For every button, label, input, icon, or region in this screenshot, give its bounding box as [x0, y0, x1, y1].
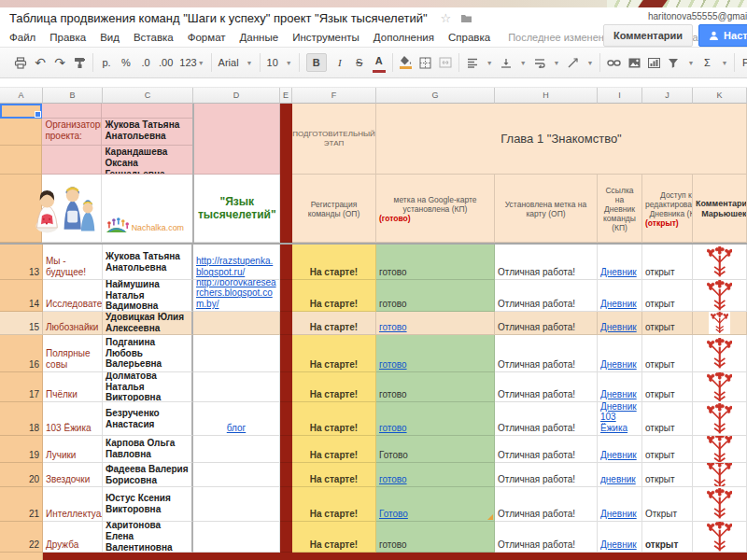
column-header-D[interactable]: D: [193, 88, 280, 104]
dolls-image-cell[interactable]: [42, 175, 102, 243]
team-name-cell[interactable]: Исследователи: [43, 280, 103, 312]
diary-link[interactable]: Дневник: [600, 322, 637, 333]
vertical-align-icon[interactable]: [500, 54, 513, 71]
diary-link[interactable]: дневник: [600, 474, 636, 485]
comments-button[interactable]: Комментарии: [603, 24, 693, 47]
project-title-cell[interactable]: "Язык тысячелетий": [194, 175, 280, 243]
text-wrap-icon[interactable]: [533, 54, 546, 71]
row-header-14[interactable]: 14: [0, 280, 43, 312]
diary-link[interactable]: Дневник: [600, 450, 637, 461]
coordinator-cell[interactable]: Наймушина Наталья Вадимовна: [103, 280, 193, 312]
organizer2-cell[interactable]: Карандашева Оксана Геннадьевна: [102, 146, 192, 175]
diary-cell[interactable]: Дневник: [598, 372, 642, 402]
comment-flower-cell[interactable]: [693, 487, 747, 522]
cell-A2[interactable]: [0, 119, 42, 146]
column-header-G[interactable]: G: [376, 88, 495, 104]
column-header-C[interactable]: C: [103, 88, 193, 104]
comment-flower-cell[interactable]: [693, 335, 747, 372]
team-name-cell[interactable]: Любознайки: [43, 312, 103, 335]
map-mark-cell[interactable]: Готово: [376, 487, 495, 522]
document-title[interactable]: Таблица продвижения команд "Шаги к успех…: [9, 11, 428, 25]
blog-cell[interactable]: блог: [193, 402, 280, 436]
red-divider-cell[interactable]: [280, 522, 292, 553]
diary-cell[interactable]: Дневник: [598, 487, 642, 522]
comment-flower-cell[interactable]: [693, 522, 747, 553]
row-header-18[interactable]: 18: [0, 402, 43, 436]
share-button[interactable]: Настройки доступа: [698, 24, 747, 47]
functions-button[interactable]: Σ: [700, 54, 713, 71]
cell-A3[interactable]: [0, 146, 42, 175]
map-status-cell[interactable]: Отличная работа!: [495, 463, 598, 487]
currency-format-button[interactable]: р.: [100, 54, 113, 71]
diary-link[interactable]: Дневник: [600, 299, 637, 310]
column-header-J[interactable]: J: [642, 88, 693, 104]
blog-cell[interactable]: [193, 487, 280, 522]
blog-link[interactable]: http://borovkaresearchers.blogspot.com.b…: [196, 280, 276, 310]
red-divider-cell[interactable]: [280, 245, 292, 280]
map-mark-cell[interactable]: готово: [376, 522, 495, 553]
coordinator-cell[interactable]: Жукова Татьяна Анатольевна: [103, 245, 193, 280]
font-size-select[interactable]: 10: [267, 57, 278, 68]
blog-cell[interactable]: http://borovkaresearchers.blogspot.com.b…: [193, 280, 280, 312]
diary-cell[interactable]: Дневник: [598, 280, 642, 312]
red-divider-cell[interactable]: [280, 312, 292, 335]
coordinator-cell[interactable]: Юстус Ксения Викторовна: [103, 487, 193, 522]
access-cell[interactable]: открыт: [642, 335, 693, 372]
team-name-cell[interactable]: Интеллектуалы: [43, 487, 103, 522]
column-header-A[interactable]: A: [0, 88, 43, 104]
row-header-21[interactable]: 21: [0, 487, 43, 522]
team-name-cell[interactable]: 103 Ёжика: [43, 402, 103, 436]
menu-edit[interactable]: Правка: [49, 32, 86, 43]
registration-cell[interactable]: На старте!: [292, 402, 376, 436]
access-cell[interactable]: открыт: [642, 372, 693, 402]
registration-cell[interactable]: На старте!: [292, 312, 376, 335]
stage-prep-cell[interactable]: ПОДГОТОВИТЕЛЬНЫЙ ЭТАП: [292, 104, 376, 175]
diary-link[interactable]: Дневник: [600, 267, 637, 278]
map-mark-link[interactable]: готово: [379, 474, 407, 485]
coordinator-cell[interactable]: Фадеева Валерия Борисовна: [103, 463, 193, 487]
map-mark-cell[interactable]: готово: [376, 463, 495, 487]
menu-view[interactable]: Вид: [100, 32, 120, 43]
decrease-decimal-button[interactable]: .0: [139, 54, 152, 71]
team-name-cell[interactable]: Мы - будущее!: [43, 245, 103, 280]
menu-file[interactable]: Файл: [9, 32, 35, 43]
team-name-cell[interactable]: Дружба: [43, 522, 103, 553]
red-divider-cell[interactable]: [280, 436, 292, 463]
diary-cell[interactable]: Дневник: [598, 245, 642, 280]
column-header-K[interactable]: K: [693, 88, 747, 104]
bold-button[interactable]: B: [306, 53, 327, 72]
red-divider-cell[interactable]: [280, 280, 292, 312]
row-header-17[interactable]: 17: [0, 372, 43, 402]
access-cell[interactable]: открыт: [642, 245, 693, 280]
increase-decimal-button[interactable]: .00: [159, 54, 173, 71]
access-cell[interactable]: Открыт: [642, 487, 693, 522]
blog-cell[interactable]: [193, 312, 280, 335]
registration-cell[interactable]: На старте!: [292, 280, 376, 312]
map-status-cell[interactable]: Отличная работа!: [495, 436, 598, 463]
registration-cell[interactable]: На старте!: [292, 245, 376, 280]
redo-icon[interactable]: ↷: [53, 54, 66, 71]
diary-cell[interactable]: дневник: [598, 463, 642, 487]
coordinator-cell[interactable]: Подганина Любовь Валерьевна: [103, 335, 193, 372]
diary-cell[interactable]: Дневник: [598, 522, 642, 553]
map-mark-link[interactable]: Готово: [379, 509, 408, 520]
coordinator-cell[interactable]: Карпова Ольга Павловна: [103, 436, 193, 463]
row-header-13[interactable]: 13: [0, 245, 43, 280]
registration-cell[interactable]: На старте!: [292, 522, 376, 553]
map-mark-cell[interactable]: Готово: [376, 436, 495, 463]
registration-cell[interactable]: На старте!: [292, 372, 376, 402]
coordinator-cell[interactable]: Удовицкая Юлия Алексеевна: [103, 312, 193, 335]
blog-cell[interactable]: http://razstupenka.blogspot.ru/: [193, 245, 280, 280]
diary-cell[interactable]: Дневник: [598, 312, 642, 335]
diary-link[interactable]: Дневник: [600, 539, 637, 551]
map-mark-cell[interactable]: готово: [376, 402, 495, 436]
text-color-button[interactable]: A: [373, 53, 386, 73]
red-divider-cell[interactable]: [280, 402, 292, 436]
registration-cell[interactable]: На старте!: [292, 487, 376, 522]
map-mark-cell[interactable]: готово: [376, 312, 495, 335]
number-format-button[interactable]: 123▼: [179, 54, 204, 71]
row-header-22[interactable]: 22: [0, 522, 43, 553]
menu-insert[interactable]: Вставка: [134, 32, 174, 43]
filter-icon[interactable]: [667, 54, 680, 71]
col-g-header-cell[interactable]: метка на Google-карте установлена (КП) (…: [376, 175, 495, 243]
